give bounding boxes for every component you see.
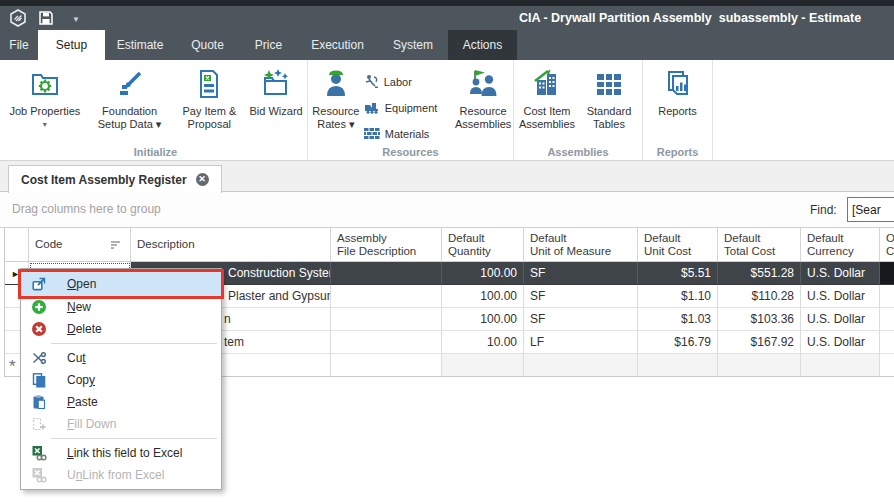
default-total-cost-cell[interactable]: $110.28	[718, 285, 801, 308]
header-assembly-file-description[interactable]: AssemblyFile Description	[331, 228, 442, 261]
materials-icon	[364, 126, 380, 142]
labor-icon	[364, 74, 379, 91]
header-code[interactable]: Code	[29, 228, 131, 261]
equipment-button[interactable]: Equipment	[364, 95, 454, 121]
default-total-cost-cell[interactable]: $103.36	[718, 308, 801, 331]
context-menu-item-link-to-excel[interactable]: Link this field to Excel	[21, 442, 221, 464]
context-menu-item-delete[interactable]: Delete	[21, 318, 221, 340]
default-total-cost-cell[interactable]: $167.92	[718, 331, 801, 354]
header-default-unit-cost[interactable]: DefaultUnit Cost	[638, 228, 718, 261]
header-default-quantity[interactable]: DefaultQuantity	[442, 228, 524, 261]
truncated-cell[interactable]	[880, 308, 894, 331]
assembly-file-description-cell[interactable]	[331, 308, 442, 331]
context-menu-item-unlink-from-excel[interactable]: UnLink from Excel	[21, 464, 221, 486]
default-currency-cell[interactable]: U.S. Dollar	[801, 331, 880, 354]
ribbon-group-label-resources: Resources	[308, 146, 513, 158]
truncated-cell[interactable]	[880, 331, 894, 354]
context-menu-item-fill-down[interactable]: Fill Down	[21, 413, 221, 435]
tab-quote[interactable]: Quote	[175, 30, 240, 60]
default-total-cost-cell[interactable]: $551.28	[718, 262, 801, 285]
context-menu-item-label: Open	[67, 277, 96, 291]
context-menu-item-label: Paste	[67, 395, 98, 409]
assembly-file-description-cell[interactable]	[331, 262, 442, 285]
materials-button[interactable]: Materials	[364, 121, 454, 147]
close-tab-icon[interactable]: ✕	[196, 173, 209, 186]
default-unit-cost-cell[interactable]: $1.10	[638, 285, 718, 308]
standard-tables-icon	[594, 63, 624, 105]
ribbon-group-label-assemblies: Assemblies	[514, 146, 642, 158]
default-currency-cell[interactable]: U.S. Dollar	[801, 308, 880, 331]
header-description[interactable]: Description	[131, 228, 331, 261]
context-menu-item-label: Link this field to Excel	[67, 446, 182, 460]
context-menu-item-new[interactable]: New	[21, 296, 221, 318]
pay-item-proposal-icon	[193, 63, 225, 105]
header-default-unit-of-measure[interactable]: DefaultUnit of Measure	[524, 228, 638, 261]
header-truncated-column[interactable]: OCa	[880, 228, 894, 261]
default-unit-cost-cell[interactable]: $5.51	[638, 262, 718, 285]
header-row-indicator	[5, 228, 29, 261]
header-default-currency[interactable]: DefaultCurrency	[801, 228, 880, 261]
default-quantity-cell[interactable]: 100.00	[442, 262, 524, 285]
truncated-cell[interactable]	[880, 354, 894, 377]
find-label: Find:	[810, 203, 837, 217]
default-unit-of-measure-cell[interactable]: SF	[524, 262, 638, 285]
current-row-arrow-icon: ►	[11, 269, 20, 279]
context-menu-item-label: Delete	[67, 322, 102, 336]
grid-header-row: Code Description AssemblyFile Descriptio…	[4, 228, 894, 262]
default-quantity-cell[interactable]: 100.00	[442, 308, 524, 331]
default-unit-of-measure-cell[interactable]: LF	[524, 331, 638, 354]
tab-cost-item-assembly-register[interactable]: Cost Item Assembly Register ✕	[8, 165, 222, 193]
context-menu-item-label: Copy	[67, 373, 95, 387]
default-unit-of-measure-cell[interactable]: SF	[524, 285, 638, 308]
delete-icon	[29, 321, 49, 337]
sort-ascending-icon[interactable]	[110, 240, 122, 253]
default-unit-cost-cell[interactable]: $1.03	[638, 308, 718, 331]
assembly-file-description-cell[interactable]	[331, 354, 442, 377]
default-currency-cell[interactable]: U.S. Dollar	[801, 262, 880, 285]
tab-estimate[interactable]: Estimate	[105, 30, 175, 60]
default-quantity-cell	[442, 354, 524, 377]
default-quantity-cell[interactable]: 10.00	[442, 331, 524, 354]
labor-button[interactable]: Labor	[364, 69, 454, 95]
context-menu-item-label: UnLink from Excel	[67, 468, 164, 482]
context-menu-item-open[interactable]: Open	[21, 272, 221, 296]
header-default-total-cost[interactable]: DefaultTotal Cost	[718, 228, 801, 261]
app-logo-icon	[9, 9, 27, 31]
group-by-hint: Drag columns here to group	[12, 202, 161, 216]
default-unit-of-measure-cell[interactable]: SF	[524, 308, 638, 331]
open-icon	[29, 276, 49, 292]
ribbon-group-reports: Reports Reports	[643, 60, 713, 160]
tab-setup[interactable]: Setup	[38, 30, 105, 60]
reports-icon	[662, 63, 694, 105]
save-icon[interactable]	[38, 10, 54, 30]
find-input[interactable]	[847, 197, 894, 222]
cost-item-assemblies-icon	[531, 63, 563, 105]
bid-wizard-icon	[260, 63, 292, 105]
default-currency-cell[interactable]: U.S. Dollar	[801, 285, 880, 308]
quick-access-dropdown-icon[interactable]: ▼	[72, 15, 80, 24]
window-title: CIA - Drywall Partition Assembly subasse…	[519, 11, 861, 25]
title-bar: ▼ CIA - Drywall Partition Assembly subas…	[0, 6, 894, 30]
context-menu-item-label: Cut	[67, 351, 86, 365]
assembly-file-description-cell[interactable]	[331, 285, 442, 308]
default-unit-cost-cell	[638, 354, 718, 377]
default-unit-cost-cell[interactable]: $16.79	[638, 331, 718, 354]
tab-price[interactable]: Price	[240, 30, 297, 60]
group-by-bar[interactable]: Drag columns here to group Find:	[0, 192, 894, 228]
truncated-cell[interactable]	[880, 285, 894, 308]
context-menu-item-label: New	[67, 300, 91, 314]
truncated-cell[interactable]	[880, 262, 894, 285]
tab-execution[interactable]: Execution	[297, 30, 378, 60]
tab-file[interactable]: File	[0, 30, 38, 60]
assembly-file-description-cell[interactable]	[331, 331, 442, 354]
ribbon-group-label-initialize: Initialize	[4, 146, 307, 158]
context-menu-item-copy[interactable]: Copy	[21, 369, 221, 391]
tab-system[interactable]: System	[378, 30, 448, 60]
new-icon	[29, 299, 49, 315]
tab-actions[interactable]: Actions	[448, 30, 517, 60]
paste-icon	[29, 394, 49, 410]
context-menu-item-cut[interactable]: Cut	[21, 347, 221, 369]
copy-icon	[29, 372, 49, 388]
default-quantity-cell[interactable]: 100.00	[442, 285, 524, 308]
context-menu-item-paste[interactable]: Paste	[21, 391, 221, 413]
